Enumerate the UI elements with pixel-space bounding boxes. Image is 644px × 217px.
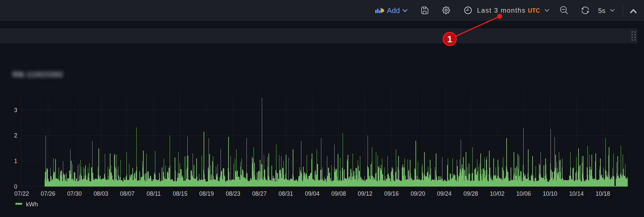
svg-text:09/28: 09/28 — [463, 190, 478, 197]
svg-text:09/04: 09/04 — [305, 190, 320, 197]
svg-text:10/18: 10/18 — [595, 190, 610, 197]
svg-text:10/06: 10/06 — [516, 190, 531, 197]
svg-text:1: 1 — [447, 34, 452, 44]
svg-text:08/11: 08/11 — [147, 190, 161, 197]
svg-text:10/14: 10/14 — [569, 190, 584, 197]
svg-text:09/08: 09/08 — [331, 190, 346, 197]
svg-text:08/03: 08/03 — [93, 190, 108, 197]
svg-text:10/02: 10/02 — [490, 190, 505, 197]
svg-text:09/12: 09/12 — [358, 190, 373, 197]
svg-text:kWh: kWh — [26, 201, 38, 208]
svg-text:3: 3 — [14, 107, 17, 113]
svg-text:07/22: 07/22 — [14, 190, 29, 197]
svg-text:Last 3 months: Last 3 months — [477, 7, 526, 14]
svg-text:UTC: UTC — [528, 7, 540, 14]
svg-text:08/23: 08/23 — [226, 190, 241, 197]
svg-text:07/30: 07/30 — [67, 190, 82, 197]
svg-text:5s: 5s — [598, 7, 605, 14]
svg-text:08/27: 08/27 — [252, 190, 267, 197]
svg-text:09/16: 09/16 — [384, 190, 399, 197]
svg-text:10/10: 10/10 — [543, 190, 558, 197]
svg-text:09/20: 09/20 — [410, 190, 425, 197]
svg-text:1: 1 — [14, 158, 17, 164]
svg-text:07/26: 07/26 — [41, 190, 56, 197]
svg-text:09/24: 09/24 — [437, 190, 452, 197]
svg-text:2: 2 — [14, 132, 17, 139]
svg-text:08/15: 08/15 — [173, 190, 188, 197]
svg-text:0: 0 — [14, 183, 17, 190]
svg-text:Add: Add — [387, 6, 400, 15]
svg-text:08/07: 08/07 — [120, 190, 135, 197]
svg-text:08/19: 08/19 — [199, 190, 214, 197]
svg-text:08/31: 08/31 — [278, 190, 293, 197]
